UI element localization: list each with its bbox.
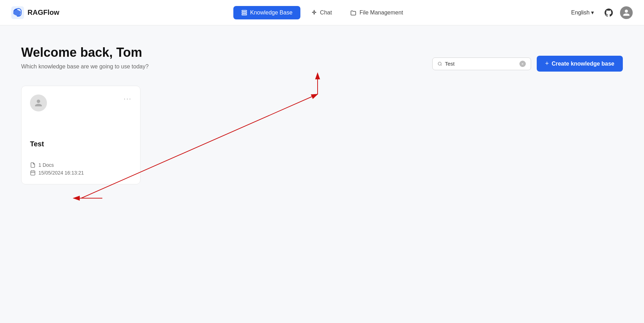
card-docs-meta: 1 Docs	[30, 162, 132, 168]
github-icon[interactable]	[603, 7, 614, 18]
knowledge-base-grid: ··· Test 1 Docs	[21, 86, 268, 184]
svg-rect-3	[242, 14, 247, 15]
logo[interactable]: RAGFlow	[11, 6, 59, 19]
folder-icon	[350, 10, 357, 16]
database-icon	[241, 10, 247, 16]
search-box: ×	[432, 57, 531, 70]
ragflow-logo-icon	[11, 6, 24, 19]
search-clear-button[interactable]: ×	[519, 61, 526, 67]
create-knowledge-base-button[interactable]: + Create knowledge base	[537, 56, 623, 72]
document-icon	[30, 162, 36, 168]
card-name: Test	[30, 126, 132, 148]
language-selector[interactable]: English ▾	[568, 7, 597, 18]
header-right: English ▾	[568, 6, 633, 19]
nav-file-management[interactable]: File Management	[343, 6, 411, 19]
user-avatar[interactable]	[620, 6, 633, 19]
search-icon	[438, 61, 442, 67]
chevron-down-icon: ▾	[591, 9, 594, 16]
calendar-icon	[30, 170, 36, 176]
card-footer: 1 Docs 15/05/2024 16:13:21	[30, 162, 132, 176]
logo-text: RAGFlow	[28, 8, 59, 17]
main-content: Welcome back, Tom Which knowledge base a…	[0, 25, 644, 199]
card-menu-button[interactable]: ···	[124, 95, 132, 103]
svg-rect-2	[242, 12, 247, 13]
plus-icon: +	[545, 60, 549, 67]
search-input[interactable]	[445, 61, 517, 67]
sparkle-icon	[311, 10, 317, 16]
svg-rect-5	[31, 171, 35, 175]
header: RAGFlow Knowledge Base Chat File Managem…	[0, 0, 644, 25]
card-header: ···	[30, 95, 132, 111]
card-avatar	[30, 95, 47, 111]
knowledge-base-card[interactable]: ··· Test 1 Docs	[21, 86, 140, 184]
nav-chat[interactable]: Chat	[303, 6, 340, 19]
nav-knowledge-base[interactable]: Knowledge Base	[233, 6, 300, 19]
main-nav: Knowledge Base Chat File Management	[233, 6, 411, 19]
svg-point-4	[438, 62, 441, 65]
card-date-meta: 15/05/2024 16:13:21	[30, 170, 132, 176]
svg-rect-1	[242, 10, 247, 11]
